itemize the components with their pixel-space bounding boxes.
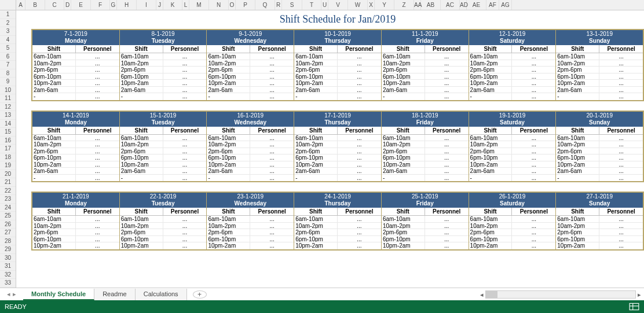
shift-row[interactable]: 10pm-2am... xyxy=(120,161,207,168)
personnel-cell[interactable]: ... xyxy=(512,141,555,148)
shift-time-cell[interactable]: 10am-2pm xyxy=(294,60,338,67)
shift-time-cell[interactable]: 10pm-2am xyxy=(120,242,163,249)
shift-time-cell[interactable]: 10am-2pm xyxy=(207,223,250,229)
row-header-28[interactable]: 28 xyxy=(0,237,16,246)
shift-time-cell[interactable]: 10am-2pm xyxy=(382,60,425,67)
personnel-cell[interactable]: ... xyxy=(76,148,119,154)
personnel-cell[interactable]: ... xyxy=(163,73,207,80)
shift-time-cell[interactable]: 6pm-10pm xyxy=(382,73,425,80)
shift-time-cell[interactable]: 6am-10am xyxy=(120,216,163,222)
shift-row[interactable]: 6am-10am... xyxy=(32,135,119,142)
personnel-cell[interactable]: ... xyxy=(338,242,381,249)
shift-row[interactable]: 6pm-10pm... xyxy=(32,154,119,161)
shift-row[interactable]: 10am-2pm... xyxy=(294,223,381,230)
add-sheet-button[interactable]: + xyxy=(193,290,207,299)
shift-time-cell[interactable]: 10am-2pm xyxy=(207,141,250,148)
personnel-cell[interactable]: ... xyxy=(163,60,207,67)
personnel-cell[interactable]: ... xyxy=(425,175,469,182)
worksheet-grid[interactable]: Shift Schedule for Jan/2019 7-1-2019Mond… xyxy=(16,10,644,289)
personnel-cell[interactable]: ... xyxy=(599,161,643,168)
shift-time-cell[interactable]: 2pm-6pm xyxy=(469,148,513,154)
shift-time-cell[interactable]: 2pm-6pm xyxy=(382,148,425,154)
shift-row[interactable]: 10pm-2am... xyxy=(294,80,381,87)
personnel-cell[interactable]: ... xyxy=(425,135,469,141)
shift-row[interactable]: 6am-10am... xyxy=(556,135,643,142)
personnel-cell[interactable]: ... xyxy=(250,73,294,80)
shift-time-cell[interactable]: 10am-2pm xyxy=(32,60,76,67)
shift-time-cell[interactable]: 2am-6am xyxy=(32,168,76,174)
shift-row[interactable]: 10pm-2am... xyxy=(120,80,207,87)
shift-row[interactable]: 2pm-6pm... xyxy=(207,67,294,73)
personnel-cell[interactable]: ... xyxy=(250,161,294,168)
tab-nav[interactable]: ◂ ▸ xyxy=(0,290,23,298)
shift-row[interactable]: 2pm-6pm... xyxy=(207,148,294,155)
personnel-cell[interactable]: ... xyxy=(163,242,207,249)
shift-row[interactable]: 6pm-10pm... xyxy=(207,73,294,80)
shift-time-cell[interactable]: 10am-2pm xyxy=(382,223,425,229)
personnel-cell[interactable]: ... xyxy=(76,216,119,222)
shift-row[interactable]: 10am-2pm... xyxy=(469,60,556,67)
shift-time-cell[interactable]: 10pm-2am xyxy=(294,242,338,249)
row-header-1[interactable]: 1 xyxy=(0,10,16,19)
shift-time-cell[interactable]: 2pm-6pm xyxy=(120,148,163,154)
personnel-cell[interactable]: ... xyxy=(512,87,555,93)
personnel-cell[interactable]: ... xyxy=(250,175,294,182)
personnel-cell[interactable]: ... xyxy=(250,67,294,73)
personnel-cell[interactable]: ... xyxy=(76,73,119,80)
personnel-cell[interactable]: ... xyxy=(599,53,643,60)
row-header-20[interactable]: 20 xyxy=(0,170,16,179)
personnel-cell[interactable]: ... xyxy=(250,154,294,161)
shift-row[interactable]: 10pm-2am... xyxy=(556,80,643,87)
shift-row[interactable]: 2pm-6pm... xyxy=(294,148,381,155)
shift-row[interactable]: -... xyxy=(120,175,207,182)
personnel-cell[interactable]: ... xyxy=(425,148,469,154)
shift-row[interactable]: -... xyxy=(207,175,294,182)
shift-time-cell[interactable]: 6pm-10pm xyxy=(469,73,513,80)
column-header-K[interactable]: K xyxy=(163,0,182,10)
personnel-cell[interactable]: ... xyxy=(76,141,119,148)
shift-time-cell[interactable]: 6am-10am xyxy=(382,135,425,141)
shift-time-cell[interactable]: 6pm-10pm xyxy=(556,73,599,80)
shift-row[interactable]: 10am-2pm... xyxy=(294,141,381,148)
column-header-AA[interactable]: AA xyxy=(414,0,421,10)
shift-row[interactable]: 2am-6am... xyxy=(382,87,469,94)
column-header-Q[interactable]: Q xyxy=(255,0,275,10)
column-header-O[interactable]: O xyxy=(229,0,236,10)
shift-row[interactable]: 6pm-10pm... xyxy=(32,236,119,243)
personnel-cell[interactable]: ... xyxy=(599,93,643,100)
shift-time-cell[interactable]: 6pm-10pm xyxy=(32,73,76,80)
shift-row[interactable]: 6am-10am... xyxy=(382,216,469,223)
shift-row[interactable]: 2pm-6pm... xyxy=(382,67,469,73)
personnel-cell[interactable]: ... xyxy=(338,60,381,67)
personnel-cell[interactable]: ... xyxy=(76,60,119,67)
row-header-18[interactable]: 18 xyxy=(0,153,16,162)
column-header-S[interactable]: S xyxy=(282,0,302,10)
shift-row[interactable]: 10pm-2am... xyxy=(120,242,207,249)
shift-time-cell[interactable]: 6pm-10pm xyxy=(382,154,425,161)
personnel-cell[interactable]: ... xyxy=(76,175,119,182)
shift-row[interactable]: 10pm-2am... xyxy=(32,242,119,249)
shift-row[interactable]: -... xyxy=(556,93,643,100)
personnel-cell[interactable]: ... xyxy=(512,168,555,174)
personnel-cell[interactable]: ... xyxy=(599,223,643,229)
shift-row[interactable]: 2pm-6pm... xyxy=(120,67,207,73)
shift-time-cell[interactable]: 6pm-10pm xyxy=(294,236,338,242)
personnel-cell[interactable]: ... xyxy=(599,242,643,249)
shift-row[interactable]: 10pm-2am... xyxy=(556,242,643,249)
shift-row[interactable]: 2pm-6pm... xyxy=(469,229,556,236)
personnel-cell[interactable]: ... xyxy=(425,216,469,222)
personnel-cell[interactable]: ... xyxy=(163,141,207,148)
shift-time-cell[interactable]: 6am-10am xyxy=(207,53,250,60)
row-header-8[interactable]: 8 xyxy=(0,69,16,78)
shift-row[interactable]: 6pm-10pm... xyxy=(32,73,119,80)
row-header-31[interactable]: 31 xyxy=(0,262,16,271)
column-header-U[interactable]: U xyxy=(321,0,328,10)
column-header-AG[interactable]: AG xyxy=(499,0,512,10)
shift-row[interactable]: 10am-2pm... xyxy=(556,60,643,67)
column-header-L[interactable]: L xyxy=(182,0,189,10)
shift-row[interactable]: 10am-2pm... xyxy=(294,60,381,67)
column-header-C[interactable]: C xyxy=(45,0,64,10)
row-header-15[interactable]: 15 xyxy=(0,128,16,137)
row-header-23[interactable]: 23 xyxy=(0,195,16,204)
shift-time-cell[interactable]: 2am-6am xyxy=(32,87,76,93)
